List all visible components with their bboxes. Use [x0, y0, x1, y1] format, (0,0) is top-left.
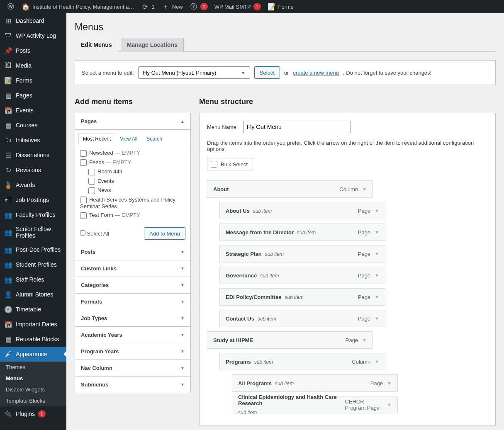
chevron-down-icon[interactable]: ▼	[375, 230, 379, 235]
accordion-pages-head[interactable]: Pages▲	[75, 113, 190, 129]
chevron-down-icon[interactable]: ▼	[375, 251, 379, 256]
chevron-down-icon[interactable]: ▼	[375, 294, 379, 299]
chevron-down-icon[interactable]: ▼	[387, 402, 392, 407]
sidebar-item-alumni-stories[interactable]: 👤Alumni Stories	[0, 287, 66, 302]
sidebar-item-faculty-profiles[interactable]: 👥Faculty Profiles	[0, 207, 66, 222]
page-checkbox-item[interactable]: Room 449	[80, 167, 185, 177]
sidebar-subitem-menus[interactable]: Menus	[0, 373, 66, 384]
bulk-select-checkbox[interactable]	[211, 161, 217, 168]
sidebar-item-important-dates[interactable]: 📅Important Dates	[0, 317, 66, 332]
sidebar-item-student-profiles[interactable]: 👥Student Profiles	[0, 257, 66, 272]
menu-item[interactable]: Governancesub itemPage▼	[219, 267, 385, 284]
sidebar-item-senior-fellow-profiles[interactable]: 👥Senior Fellow Profiles	[0, 222, 66, 242]
sidebar-item-forms[interactable]: 📝Forms	[0, 73, 66, 88]
menu-select[interactable]: Fly Out Menu (Flyout, Primary)	[138, 66, 250, 79]
accordion-formats-head[interactable]: Formats▼	[75, 293, 190, 310]
add-to-menu-button[interactable]: Add to Menu	[144, 227, 185, 240]
page-checkbox-item[interactable]: Events	[80, 177, 185, 186]
sidebar-item-events[interactable]: 📅Events	[0, 103, 66, 118]
page-checkbox-item[interactable]: News	[80, 186, 185, 195]
accordion-academic-years-head[interactable]: Academic Years▼	[75, 326, 190, 343]
accordion-custom-links-head[interactable]: Custom Links▼	[75, 260, 190, 277]
wp-mail-smtp[interactable]: WP Mail SMTP1	[211, 0, 264, 13]
sidebar-item-dissertations[interactable]: ☰Dissertations	[0, 148, 66, 163]
accordion-job-types-head[interactable]: Job Types▼	[75, 310, 190, 326]
inner-tab-view-all[interactable]: View All	[115, 133, 142, 144]
accordion-nav-column-head[interactable]: Nav Column▼	[75, 360, 190, 376]
menu-item[interactable]: Study at IHPMEPage▼	[207, 331, 373, 349]
menu-item[interactable]: EDI Policy/Committeesub itemPage▼	[219, 288, 385, 306]
select-button[interactable]: Select	[254, 66, 280, 79]
sidebar-item-label: Pages	[16, 92, 32, 99]
sidebar-icon: 🔌	[4, 410, 12, 418]
sidebar-item-awards[interactable]: 🏅Awards	[0, 177, 66, 192]
updates[interactable]: ⟳1	[137, 0, 158, 13]
or-text: or	[284, 70, 289, 76]
sidebar-item-revisions[interactable]: ↻Revisions	[0, 163, 66, 177]
accordion-categories-head[interactable]: Categories▼	[75, 277, 190, 293]
sidebar-item-initiatives[interactable]: 🗂Initiatives	[0, 133, 66, 148]
menu-item[interactable]: Programssub itemColumn▼	[219, 353, 385, 370]
sidebar-item-timetable[interactable]: 🕘Timetable	[0, 302, 66, 317]
select-all-checkbox[interactable]: Select All	[80, 230, 109, 237]
sidebar-item-courses[interactable]: ▤Courses	[0, 118, 66, 133]
sidebar-subitem-themes[interactable]: Themes	[0, 362, 66, 373]
menu-item-title: About	[213, 186, 229, 192]
sidebar-icon: 🕘	[4, 305, 12, 313]
chevron-down-icon[interactable]: ▼	[375, 359, 379, 364]
sidebar-item-reusable-blocks[interactable]: ▤Reusable Blocks	[0, 332, 66, 347]
sidebar-item-pages[interactable]: ▤Pages	[0, 88, 66, 103]
menu-item[interactable]: Clinical Epidemiology and Health Care Re…	[232, 396, 398, 413]
chevron-down-icon[interactable]: ▼	[387, 381, 392, 386]
pages-list[interactable]: Newsfeed — EMPTYFeeds — EMPTYRoom 449Eve…	[75, 144, 190, 223]
tab-manage-locations[interactable]: Manage Locations	[121, 38, 184, 52]
forms-menu[interactable]: 📝Forms	[264, 0, 297, 13]
sidebar-item-post-doc-profiles[interactable]: 👥Post-Doc Profiles	[0, 242, 66, 257]
sidebar-item-posts[interactable]: 📌Posts	[0, 43, 66, 58]
accordion-program-years-head[interactable]: Program Years▼	[75, 343, 190, 360]
sidebar-item-appearance[interactable]: 🖌Appearance	[0, 347, 66, 362]
inner-tab-search[interactable]: Search	[142, 133, 167, 144]
bulk-select[interactable]: Bulk Select	[207, 158, 253, 170]
menu-item-sub: sub item	[275, 381, 294, 386]
menu-item[interactable]: AboutColumn▼	[207, 180, 373, 198]
sidebar-item-staff-roles[interactable]: 👥Staff Roles	[0, 272, 66, 287]
menu-item[interactable]: Strategic Plansub itemPage▼	[219, 245, 385, 262]
chevron-down-icon[interactable]: ▼	[375, 273, 379, 278]
chevron-down-icon[interactable]: ▼	[375, 208, 379, 213]
site-name[interactable]: 🏠Institute of Health Policy, Management …	[18, 0, 137, 13]
site-name-label: Institute of Health Policy, Management a…	[32, 4, 134, 10]
create-menu-link[interactable]: create a new menu	[293, 70, 339, 76]
wp-logo[interactable]: ⓦ	[3, 0, 18, 13]
chevron-down-icon[interactable]: ▼	[375, 316, 379, 321]
page-checkbox-item[interactable]: Newsfeed — EMPTY	[80, 148, 185, 158]
select-menu-panel: Select a menu to edit: Fly Out Menu (Fly…	[75, 60, 496, 85]
menu-item[interactable]: Message from the Directorsub itemPage▼	[219, 224, 385, 241]
chevron-down-icon[interactable]: ▼	[362, 187, 367, 192]
inner-tab-recent[interactable]: Most Recent	[78, 133, 115, 144]
menu-item-type: Page	[358, 316, 370, 322]
sidebar-item-dashboard[interactable]: ⊞Dashboard	[0, 13, 66, 28]
menu-item-sub: sub item	[253, 208, 272, 214]
accordion-posts-head[interactable]: Posts▼	[75, 244, 190, 260]
sidebar-icon: ▤	[4, 121, 12, 129]
sidebar-subitem-disable-widgets[interactable]: Disable Widgets	[0, 384, 66, 395]
sidebar-item-wp-activity-log[interactable]: 🛡WP Activity Log	[0, 28, 66, 43]
sidebar-item-job-postings[interactable]: 🏷Job Postings	[0, 192, 66, 207]
chevron-down-icon[interactable]: ▼	[362, 338, 367, 343]
new-content[interactable]: ＋New	[158, 0, 186, 13]
menu-item[interactable]: About Ussub itemPage▼	[219, 202, 385, 219]
yoast[interactable]: Ⓨ1	[186, 0, 211, 13]
sidebar-item-plugins[interactable]: 🔌Plugins 1	[0, 406, 66, 421]
sidebar-item-label: Job Postings	[16, 197, 49, 203]
menu-item[interactable]: All Programssub itemPage▼	[232, 374, 398, 392]
page-checkbox-item[interactable]: Test Form — EMPTY	[80, 211, 185, 220]
menu-item[interactable]: Contact Ussub itemPage▼	[219, 310, 385, 327]
sidebar-item-media[interactable]: 🖼Media	[0, 58, 66, 73]
page-checkbox-item[interactable]: Feeds — EMPTY	[80, 158, 185, 168]
sidebar-subitem-template-blocks[interactable]: Template Blocks	[0, 395, 66, 406]
menu-name-input[interactable]	[243, 121, 351, 133]
page-checkbox-item[interactable]: Health Services Systems and Policy Semin…	[80, 195, 185, 211]
accordion-submenus-head[interactable]: Submenus▼	[75, 376, 190, 393]
tab-edit-menus[interactable]: Edit Menus	[75, 38, 118, 52]
